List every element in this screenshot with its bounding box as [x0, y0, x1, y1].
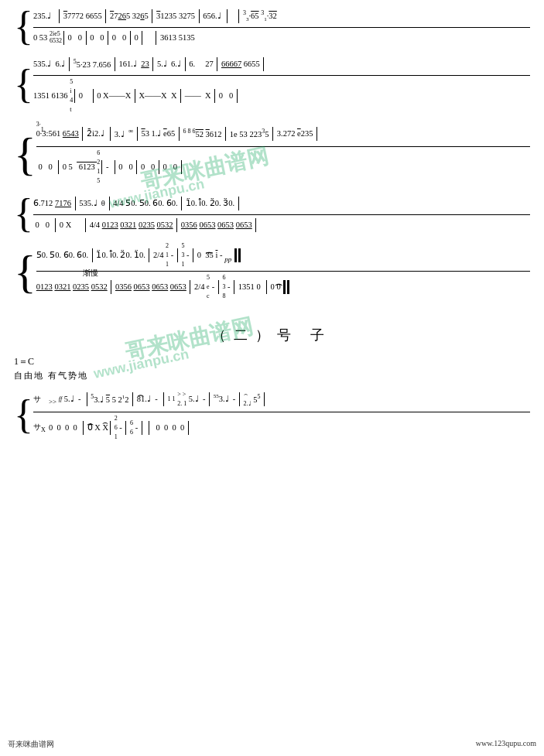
- measure-2-lower: 0 0: [66, 32, 84, 44]
- staff-row-3-upper: 3· 1. 0· 3:561 6543 2̄i2.♩ 3.♩ ∞ 53 1.♩ …: [36, 122, 530, 147]
- tempo-info: 自由地 有气势地: [14, 370, 530, 381]
- system-5-content: 5̈0. 5̈0. 6̈0. 6̈0. 1̈0. i̊0. 2̈0. 1̈0. …: [36, 241, 530, 301]
- system-5: { 5̈0. 5̈0. 6̈0. 6̈0. 1̈0. i̊0. 2̈0. 1̈0…: [14, 241, 530, 301]
- page-container: 哥来咪曲谱网 www.jianpu.cn 哥来咪曲谱网 www.jianpu.c…: [0, 0, 544, 756]
- brace-3: {: [14, 122, 36, 186]
- footer-left: 哥来咪曲谱网: [8, 739, 54, 750]
- system-1: { 235.♩ 37772 6655 27265 3265 31235 3275…: [14, 6, 530, 46]
- measure-1-upper: 235.♩: [33, 10, 57, 22]
- system-4-content: 6̄.712 7176 535.♩ θ 4/4 5̈0. 5̈0. 6̈0. 6…: [33, 193, 530, 234]
- system-2-content: 535.♩ 6.♩ 55·23 7.656 161.♩ 23 5.♩ 6.♩ 6…: [33, 54, 530, 115]
- measure-1-lower: 0 53: [33, 32, 50, 44]
- measure-7-lower: 3613 5135: [158, 32, 197, 44]
- measure-5-lower: 0: [132, 32, 141, 44]
- key-info: 1＝C: [14, 355, 530, 368]
- measure-6-lower: [144, 32, 154, 44]
- staff-row-5-lower: 渐慢 0123 0321 0235 0532 0356 0653 0653 06…: [36, 272, 530, 301]
- brace-1: {: [14, 6, 33, 46]
- brace-5: {: [14, 241, 36, 301]
- measure-4-upper: 31235 3275: [154, 10, 197, 22]
- brace-6: {: [14, 388, 33, 442]
- measure-3-lower: 0 0: [88, 32, 107, 44]
- footer: 哥来咪曲谱网 www.123qupu.com: [0, 739, 544, 750]
- staff-row-1-upper: 235.♩ 37772 6655 27265 3265 31235 3275 6…: [33, 6, 530, 28]
- staff-row-2-upper: 535.♩ 6.♩ 55·23 7.656 161.♩ 23 5.♩ 6.♩ 6…: [33, 54, 530, 76]
- brace-2: {: [14, 54, 33, 115]
- staff-row-5-upper: 5̈0. 5̈0. 6̈0. 6̈0. 1̈0. i̊0. 2̈0. 1̈0. …: [36, 241, 530, 272]
- system-3-content: 3· 1. 0· 3:561 6543 2̄i2.♩ 3.♩ ∞ 53 1.♩ …: [36, 122, 530, 186]
- section-title: （二）号 子: [14, 326, 530, 344]
- staff-row-4-upper: 6̄.712 7176 535.♩ θ 4/4 5̈0. 5̈0. 6̈0. 6…: [33, 193, 530, 215]
- measure-4-lower: 0 0: [110, 32, 128, 44]
- measure-6-upper: [229, 10, 238, 22]
- system-6: { サ >> ff 5.♩ - 53.♩ 5 5 212 ⌢81.♩ - 1 1: [14, 388, 530, 442]
- staff-row-6-upper: サ >> ff 5.♩ - 53.♩ 5 5 212 ⌢81.♩ - 1 1: [33, 388, 530, 412]
- system-6-content: サ >> ff 5.♩ - 53.♩ 5 5 212 ⌢81.♩ - 1 1: [33, 388, 530, 442]
- staff-row-4-lower: 0 0 0 X 4/4 0123 0321 0235 0532 0356 065…: [33, 215, 530, 234]
- brace-4: {: [14, 193, 33, 234]
- system-3: { 3· 1. 0· 3:561 6543 2̄i2.♩ 3.♩ ∞ 53 1.…: [14, 122, 530, 186]
- staff-row-3-lower: 0 0 0 5 6123 6 2 1 5 - 0 0 0: [36, 147, 530, 186]
- measure-5-upper: 656.♩: [201, 10, 225, 22]
- measure-2-upper: 37772 6655: [61, 10, 104, 22]
- staff-row-1-lower: 0 53 2ie5 6532 0 0 0 0 0 0 0 3613 5135: [33, 28, 530, 46]
- staff-row-2-lower: 1351 6136 5 i 4 t 0 0 X——X X——X X —— X 0: [33, 76, 530, 115]
- footer-right: www.123qupu.com: [476, 739, 536, 750]
- system-2: { 535.♩ 6.♩ 55·23 7.656 161.♩ 23 5.♩ 6.♩…: [14, 54, 530, 115]
- system-1-content: 235.♩ 37772 6655 27265 3265 31235 3275 6…: [33, 6, 530, 46]
- system-4: { 6̄.712 7176 535.♩ θ 4/4 5̈0. 5̈0. 6̈0.…: [14, 193, 530, 234]
- measure-7-upper: 33·65 31·32: [241, 9, 279, 23]
- measure-3-upper: 27265 3265: [108, 10, 150, 22]
- staff-row-6-lower: サX 0 0 0 0 ⌢ 0̂ X ⌢ X 2 6: [33, 412, 530, 442]
